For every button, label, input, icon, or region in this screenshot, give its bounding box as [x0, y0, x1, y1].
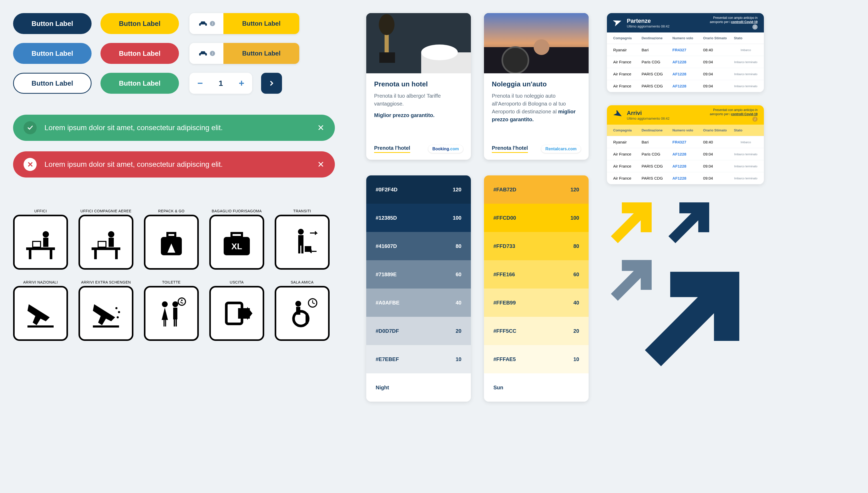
svg-rect-34	[174, 319, 175, 326]
close-icon[interactable]: ✕	[317, 123, 324, 133]
svg-rect-30	[163, 320, 164, 326]
card-hotel: Prenota un hotel Prenota il tuo albergo!…	[366, 13, 471, 160]
chevron-next-button[interactable]	[261, 73, 282, 94]
svg-marker-29	[162, 308, 168, 320]
svg-line-47	[313, 303, 315, 304]
board-arr-title: Arrivi	[627, 110, 642, 116]
swatch: #A0AFBE40	[366, 288, 471, 317]
swatch: #71889E60	[366, 260, 471, 288]
alert-success-message: Lorem ipsum dolor sit amet, consectetur …	[44, 124, 310, 132]
svg-point-27	[117, 316, 119, 318]
palette-sun: #FAB72D120#FFCD00100#FFD73380#FFE16660#F…	[484, 175, 589, 402]
svg-point-36	[178, 298, 185, 305]
combo-button-label: Button Label	[223, 43, 299, 64]
svg-point-18	[298, 229, 304, 235]
pictogram-exit: USCITA	[209, 280, 264, 341]
svg-rect-44	[305, 314, 308, 324]
stepper-minus[interactable]: −	[197, 78, 203, 89]
palette-label: Night	[366, 373, 471, 402]
card-hotel-desc: Prenota il tuo albergo! Tariffe vantaggi…	[374, 92, 463, 108]
flight-row[interactable]: Air FranceParis CDGAF122809:04Imbarco te…	[607, 148, 764, 160]
svg-rect-7	[94, 250, 97, 259]
button-outline[interactable]: Button Label	[13, 73, 92, 94]
svg-point-56	[502, 47, 528, 73]
svg-rect-2	[50, 250, 52, 259]
swatch: #12385D100	[366, 204, 471, 232]
svg-rect-11	[98, 241, 106, 247]
close-icon[interactable]: ✕	[317, 159, 324, 169]
combo-button-yellow-1[interactable]: i Button Label	[189, 13, 299, 34]
button-green[interactable]: Button Label	[100, 73, 179, 94]
stepper-value: 1	[219, 79, 223, 88]
swatch: #D0D7DF20	[366, 317, 471, 345]
svg-rect-13	[167, 233, 175, 237]
flight-row[interactable]: RyanairBariFR432708:40Imbarco	[607, 136, 764, 148]
flight-row[interactable]: Air FrancePARIS CDGAF122809:04Imbarco te…	[607, 68, 764, 80]
svg-rect-33	[173, 308, 177, 319]
svg-point-25	[115, 307, 117, 309]
svg-point-32	[173, 301, 178, 307]
chevron-right-icon	[268, 80, 275, 86]
svg-point-52	[379, 14, 394, 35]
arrow-navy-small	[664, 197, 714, 247]
flight-row[interactable]: Air FranceParis CDGAF122809:04Imbarco te…	[607, 56, 764, 68]
board-arr-notice: Presentati con ampio anticipo in aeropor…	[705, 108, 758, 122]
svg-rect-31	[165, 320, 166, 326]
button-blue[interactable]: Button Label	[13, 43, 92, 64]
card-car-cta[interactable]: Prenota l'hotel	[492, 145, 528, 153]
alert-error-message: Lorem ipsum dolor sit amet, consectetur …	[44, 160, 310, 169]
pictogram-arr1: ARRIVI NAZIONALI	[13, 280, 68, 341]
arrow-navy-large	[636, 260, 751, 376]
svg-rect-0	[26, 248, 55, 250]
button-navy[interactable]: Button Label	[13, 13, 92, 34]
departures-icon	[613, 18, 623, 27]
partner-booking: Booking.com	[428, 145, 463, 153]
board-departures: Partenze Ultimo aggiornamento 08:42 Pres…	[607, 13, 764, 92]
flight-row[interactable]: Air FrancePARIS CDGAF122809:04Imbarco te…	[607, 172, 764, 184]
card-hotel-bold: Miglior prezzo garantito.	[374, 111, 463, 119]
check-icon	[24, 121, 37, 134]
svg-text:XL: XL	[231, 242, 242, 251]
combo-button-label: Button Label	[223, 13, 299, 34]
flight-row[interactable]: Air FrancePARIS CDGAF122809:04Imbarco te…	[607, 160, 764, 172]
card-hotel-cta[interactable]: Prenota l'hotel	[374, 145, 410, 153]
swatch: #FFD73380	[484, 232, 589, 260]
pictogram-arr2: ARRIVI EXTRA SCHENGEN	[78, 280, 133, 341]
arrow-yellow-small	[607, 197, 657, 247]
combo-button-yellow-2[interactable]: i Button Label	[189, 43, 299, 64]
svg-point-57	[534, 39, 549, 55]
x-icon: ✕	[24, 158, 37, 171]
swatch: #FFFAE510	[484, 345, 589, 373]
swatch: #E7EBEF10	[366, 345, 471, 373]
svg-point-50	[421, 44, 458, 60]
button-yellow[interactable]: Button Label	[100, 13, 179, 34]
svg-point-37	[181, 300, 183, 301]
svg-rect-16	[231, 233, 242, 237]
board-dep-sub: Ultimo aggiornamento 08:42	[627, 24, 669, 28]
board-dep-notice: Presentati con ampio anticipo in aeropor…	[705, 16, 758, 29]
info-icon: i	[210, 51, 215, 56]
svg-point-26	[118, 311, 120, 313]
card-car: Noleggia un'auto Prenota il tuo noleggio…	[484, 13, 589, 160]
card-car-desc: Prenota il tuo noleggio auto all'Aeropor…	[492, 93, 566, 114]
swatch: #FFF5CC20	[484, 317, 589, 345]
arrow-logos	[607, 195, 769, 378]
card-car-title: Noleggia un'auto	[492, 80, 581, 88]
button-red[interactable]: Button Label	[100, 43, 179, 64]
flight-row[interactable]: Air FrancePARIS CDGAF122809:04Imbarco te…	[607, 80, 764, 92]
flight-row[interactable]: RyanairBariFR432708:40Imbarco	[607, 44, 764, 56]
palette-label: Sun	[484, 373, 589, 402]
alert-success: Lorem ipsum dolor sit amet, consectetur …	[13, 115, 335, 141]
swatch: #FFE16660	[484, 260, 589, 288]
pictogram-bag: REPACK & GO	[144, 209, 199, 270]
svg-point-28	[162, 301, 168, 307]
swatch: #0F2F4D120	[366, 175, 471, 204]
stepper-plus[interactable]: +	[239, 78, 244, 89]
pictogram-transit: TRANSITI	[275, 209, 329, 270]
svg-rect-8	[115, 250, 118, 259]
pictogram-wheel: SALA AMICA	[275, 280, 329, 341]
swatch: #FAB72D120	[484, 175, 589, 204]
pictogram-desk: UFFICI	[13, 209, 68, 270]
svg-rect-10	[109, 238, 114, 247]
svg-rect-6	[92, 248, 120, 250]
